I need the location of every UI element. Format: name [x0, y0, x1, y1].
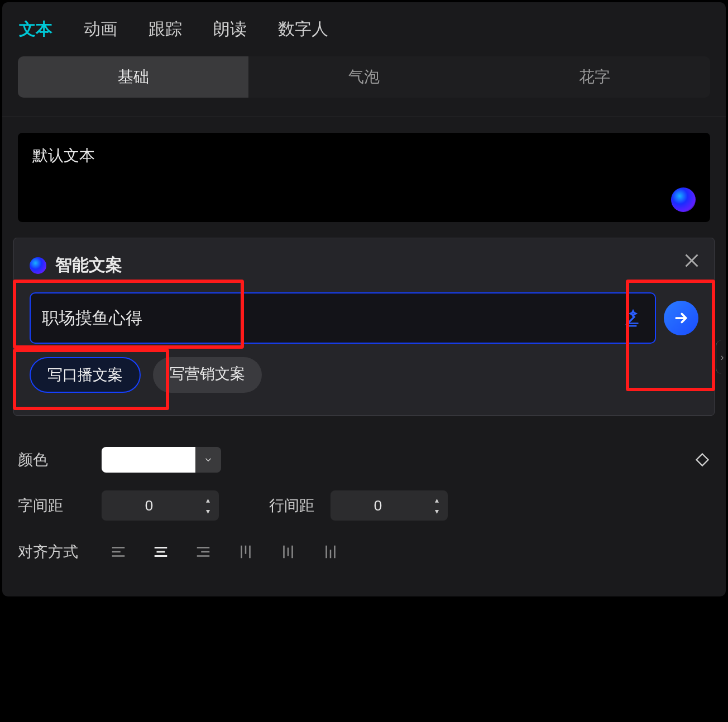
valign-middle-button[interactable] — [271, 538, 305, 565]
spacing-row: 字间距 0 ▴ ▾ 行间距 0 ▴ ▾ — [18, 490, 710, 521]
stepper-down-icon[interactable]: ▾ — [197, 506, 219, 517]
top-tabs: 文本 动画 跟踪 朗读 数字人 — [2, 2, 726, 56]
stepper-up-icon[interactable]: ▴ — [425, 494, 448, 506]
text-panel: 文本 动画 跟踪 朗读 数字人 基础 气泡 花字 默认文本 智能文案 — [2, 2, 726, 596]
valign-bottom-button[interactable] — [314, 538, 347, 565]
align-label: 对齐方式 — [18, 542, 102, 562]
chip-broadcast-copy[interactable]: 写口播文案 — [30, 357, 141, 393]
submit-arrow-button[interactable] — [664, 301, 698, 335]
tab-text[interactable]: 文本 — [19, 18, 52, 41]
line-spacing-label: 行间距 — [269, 495, 331, 516]
line-spacing-input[interactable]: 0 ▴ ▾ — [331, 490, 448, 521]
letter-spacing-input[interactable]: 0 ▴ ▾ — [102, 490, 219, 521]
close-icon[interactable] — [682, 251, 702, 271]
tab-readaloud[interactable]: 朗读 — [213, 18, 247, 41]
color-picker[interactable] — [102, 447, 221, 473]
magic-wand-icon[interactable] — [622, 307, 644, 329]
chevron-down-icon[interactable] — [195, 447, 221, 473]
subtab-fancy[interactable]: 花字 — [480, 56, 710, 98]
ai-prompt-input[interactable] — [42, 309, 622, 328]
line-spacing-value: 0 — [331, 497, 425, 514]
align-row: 对齐方式 — [18, 538, 710, 565]
text-properties: 颜色 字间距 0 ▴ ▾ 行间距 0 — [2, 416, 726, 596]
color-swatch — [102, 447, 195, 473]
color-row: 颜色 — [18, 447, 710, 473]
ai-copy-popup: 智能文案 写口播文案 写营销文案 — [13, 238, 715, 416]
stepper-up-icon[interactable]: ▴ — [197, 494, 219, 506]
text-content-value: 默认文本 — [32, 147, 95, 164]
keyframe-diamond-icon[interactable] — [695, 452, 710, 468]
tab-tracking[interactable]: 跟踪 — [149, 18, 182, 41]
chip-marketing-copy[interactable]: 写营销文案 — [153, 357, 262, 393]
tab-animation[interactable]: 动画 — [84, 18, 117, 41]
ai-chip-row: 写口播文案 写营销文案 — [30, 357, 698, 393]
align-right-button[interactable] — [186, 538, 220, 565]
letter-spacing-label: 字间距 — [18, 495, 102, 516]
stepper-down-icon[interactable]: ▾ — [425, 506, 448, 517]
subtab-bubble[interactable]: 气泡 — [248, 56, 479, 98]
align-center-button[interactable] — [144, 538, 178, 565]
align-left-button[interactable] — [102, 538, 135, 565]
valign-top-button[interactable] — [229, 538, 262, 565]
ai-orb-icon — [30, 257, 46, 274]
letter-spacing-value: 0 — [102, 497, 197, 514]
sub-tabs: 基础 气泡 花字 — [18, 56, 710, 98]
panel-collapse-handle[interactable]: › — [716, 340, 728, 374]
text-content-input[interactable]: 默认文本 — [18, 133, 710, 222]
tab-avatar[interactable]: 数字人 — [278, 18, 328, 41]
ai-popup-title: 智能文案 — [55, 254, 122, 277]
subtab-basic[interactable]: 基础 — [18, 56, 248, 98]
ai-input-container — [30, 292, 656, 344]
ai-assist-orb-icon[interactable] — [671, 187, 696, 212]
color-label: 颜色 — [18, 450, 102, 470]
